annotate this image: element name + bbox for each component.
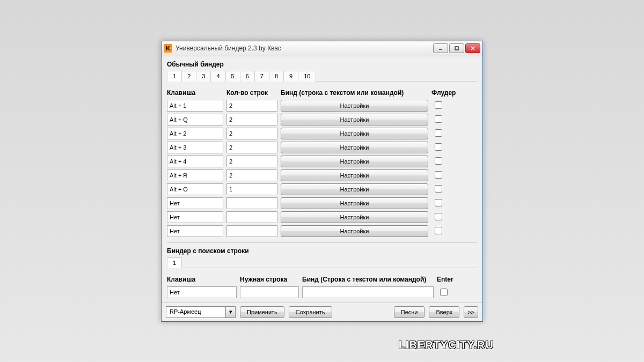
tab-6[interactable]: 6 <box>240 71 255 82</box>
save-button[interactable]: Сохранить <box>289 306 332 318</box>
apply-button[interactable]: Применить <box>240 306 284 318</box>
header-flooder: Флудер <box>431 89 464 97</box>
more-button[interactable]: >> <box>464 306 478 318</box>
search-enter-checkbox[interactable] <box>440 289 448 296</box>
chevron-down-icon: ▾ <box>225 307 235 317</box>
search-bind-input[interactable] <box>302 286 434 298</box>
header2-bind: Бинд (Строка с текстом или командой) <box>302 276 434 283</box>
flooder-checkbox[interactable] <box>435 101 442 109</box>
up-button[interactable]: Вверх <box>429 306 459 318</box>
tab-2[interactable]: 2 <box>181 71 196 82</box>
settings-button[interactable]: Настройки <box>281 169 428 181</box>
flooder-checkbox[interactable] <box>435 115 442 123</box>
bind-row: Настройки <box>167 128 477 139</box>
bind-row: Настройки <box>167 100 477 112</box>
key-input[interactable] <box>167 156 223 167</box>
settings-button[interactable]: Настройки <box>281 211 428 223</box>
settings-button[interactable]: Настройки <box>281 128 428 139</box>
flooder-checkbox[interactable] <box>435 227 442 234</box>
profile-combo[interactable]: RP-Армеец ▾ <box>166 306 236 318</box>
flooder-checkbox[interactable] <box>435 143 442 151</box>
minimize-button[interactable] <box>433 43 448 53</box>
key-input[interactable] <box>167 100 223 112</box>
bind-row: Настройки <box>167 183 477 195</box>
lines-input[interactable] <box>226 197 277 209</box>
bind-row: Настройки <box>167 156 477 167</box>
window-title: Универсальный биндер 2.3 by Квас <box>175 45 433 52</box>
content-area: Обычный биндер 12345678910 Клавиша Кол-в… <box>162 56 482 302</box>
settings-button[interactable]: Настройки <box>281 183 428 195</box>
settings-button[interactable]: Настройки <box>281 156 428 167</box>
flooder-checkbox[interactable] <box>435 213 442 220</box>
key-input[interactable] <box>167 142 223 153</box>
section2-headers: Клавиша Нужная строка Бинд (Строка с тек… <box>167 276 477 283</box>
tab-3[interactable]: 3 <box>196 71 211 82</box>
settings-button[interactable]: Настройки <box>281 225 428 237</box>
key-input[interactable] <box>167 183 223 195</box>
key-input[interactable] <box>167 211 223 223</box>
combo-value: RP-Армеец <box>166 307 225 317</box>
section1-tabs: 12345678910 <box>167 70 477 82</box>
lines-input[interactable] <box>226 225 277 237</box>
app-window: K Универсальный биндер 2.3 by Квас Обычн… <box>161 41 483 322</box>
key-input[interactable] <box>167 225 223 237</box>
settings-button[interactable]: Настройки <box>281 114 428 125</box>
app-icon: K <box>164 44 172 53</box>
bind-row: Настройки <box>167 197 477 209</box>
tab-9[interactable]: 9 <box>283 71 298 82</box>
lines-input[interactable] <box>226 114 277 125</box>
bind-row: Настройки <box>167 225 477 237</box>
settings-button[interactable]: Настройки <box>281 100 428 112</box>
svg-rect-1 <box>455 47 458 50</box>
key-input[interactable] <box>167 128 223 139</box>
tab-1[interactable]: 1 <box>167 71 182 82</box>
search-needed-input[interactable] <box>240 286 299 298</box>
lines-input[interactable] <box>226 128 277 139</box>
divider <box>167 242 477 243</box>
bind-row: Настройки <box>167 142 477 153</box>
search-tab-1[interactable]: 1 <box>167 257 182 268</box>
bind-row: Настройки <box>167 211 477 223</box>
tab-10[interactable]: 10 <box>298 71 316 82</box>
section2-tabs: 1 <box>167 257 477 268</box>
header2-needed: Нужная строка <box>240 276 299 283</box>
bind-row: Настройки <box>167 114 477 125</box>
lines-input[interactable] <box>226 142 277 153</box>
songs-button[interactable]: Песни <box>394 306 425 318</box>
lines-input[interactable] <box>226 183 277 195</box>
section1-headers: Клавиша Кол-во строк Бинд (строка с текс… <box>167 89 477 97</box>
header2-enter: Enter <box>437 276 464 283</box>
window-controls <box>433 43 480 53</box>
lines-input[interactable] <box>226 100 277 112</box>
section2-row <box>167 286 477 298</box>
section1-rows: НастройкиНастройкиНастройкиНастройкиНаст… <box>167 100 477 237</box>
settings-button[interactable]: Настройки <box>281 142 428 153</box>
header2-key: Клавиша <box>167 276 237 283</box>
key-input[interactable] <box>167 169 223 181</box>
tab-8[interactable]: 8 <box>269 71 284 82</box>
settings-button[interactable]: Настройки <box>281 197 428 209</box>
key-input[interactable] <box>167 197 223 209</box>
flooder-checkbox[interactable] <box>435 171 442 179</box>
search-key-input[interactable] <box>167 286 237 298</box>
bottombar: RP-Армеец ▾ Применить Сохранить Песни Вв… <box>162 302 482 321</box>
lines-input[interactable] <box>226 211 277 223</box>
section1-title: Обычный биндер <box>167 61 477 68</box>
flooder-checkbox[interactable] <box>435 157 442 165</box>
tab-7[interactable]: 7 <box>254 71 269 82</box>
bind-row: Настройки <box>167 169 477 181</box>
key-input[interactable] <box>167 114 223 125</box>
section2-title: Биндер с поиском строки <box>167 247 477 255</box>
lines-input[interactable] <box>226 156 277 167</box>
close-button[interactable] <box>465 43 480 53</box>
titlebar: K Универсальный биндер 2.3 by Квас <box>162 41 482 56</box>
maximize-button[interactable] <box>449 43 464 53</box>
flooder-checkbox[interactable] <box>435 199 442 206</box>
lines-input[interactable] <box>226 169 277 181</box>
tab-4[interactable]: 4 <box>210 71 225 82</box>
flooder-checkbox[interactable] <box>435 185 442 193</box>
flooder-checkbox[interactable] <box>435 129 442 137</box>
header-key: Клавиша <box>167 89 223 97</box>
tab-5[interactable]: 5 <box>225 71 240 82</box>
header-lines: Кол-во строк <box>226 89 277 97</box>
